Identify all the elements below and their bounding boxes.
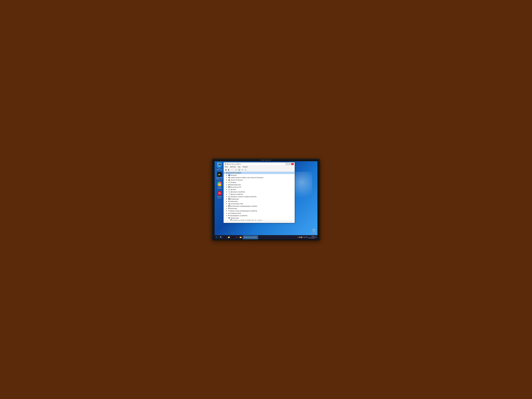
start-button[interactable]: ⊞ xyxy=(215,235,219,239)
taskbar-opera-button[interactable]: O xyxy=(235,235,239,239)
start-icon: ⊞ xyxy=(216,236,217,238)
dm-titlebar[interactable]: 🖥 Диспетчер устройств ─ □ ✕ xyxy=(224,162,295,166)
laptop: Acer One 10 🖥️ Этоткомпьютер ▶ Media Pla… xyxy=(212,158,320,241)
this-pc-label: Этоткомпьютер xyxy=(216,168,222,171)
taskbar-tray-icons: ∧ 🔔 📶 🔊 🖥 xyxy=(298,237,305,238)
tree-item-other[interactable]: ▶ ❓ Другие устройства xyxy=(224,193,295,195)
tree-item-storage-ctrl[interactable]: ▶ 💾 Контроллеры запоминающих устройств xyxy=(224,205,295,207)
toolbar-scan[interactable]: 🔍 xyxy=(244,169,247,171)
desktop-icons: 🖥️ Этоткомпьютер ▶ Media PlayerClassic -… xyxy=(215,163,223,199)
screen-bezel: 🖥️ Этоткомпьютер ▶ Media PlayerClassic -… xyxy=(214,160,318,241)
taskbar-active-window[interactable]: 🖥 Диспетчер устройств xyxy=(243,235,258,239)
taskbar: ⊞ 🔍 ⧉ 📁 🛍 O 📂 🖥 Диспетчер устройств ∧ 🔔 … xyxy=(215,235,317,239)
dm-menubar: Файл Действие Вид Справка xyxy=(224,166,295,168)
taskbar-search-button[interactable]: 🔍 xyxy=(219,235,223,239)
tree-item-intel-dynamic[interactable]: ▶ 💻 Intel(R) Dynamic Platform and Therma… xyxy=(224,176,295,179)
toolbar-properties[interactable]: 📋 xyxy=(234,169,238,171)
dm-content: ▾ 🖥 DESKTOP-VLK6D7L ▶ 🔵 Bluetooth xyxy=(224,171,295,221)
tree-item-sensor[interactable]: ▶ 📦 Sensor I/O devices xyxy=(224,179,295,181)
desktop-icon-opera[interactable]: O БраузерOpera xyxy=(215,191,223,199)
taskbar-store-button[interactable]: 🛍 xyxy=(231,235,234,239)
tree-item-firmware[interactable]: ▶ 💾 Встроенное ПО xyxy=(224,186,295,188)
dm-tree[interactable]: ▾ 🖥 DESKTOP-VLK6D7L ▶ 🔵 Bluetooth xyxy=(224,171,295,221)
tree-item-usb[interactable]: ▶ 🔌 Контроллеры USB xyxy=(224,203,295,205)
tree-item-monitors[interactable]: ▶ 🖥 Мониторы xyxy=(224,207,295,210)
tree-item-video[interactable]: ▶ 🖥 Видеоадаптеры xyxy=(224,184,295,186)
tree-item-bluetooth[interactable]: ▶ 🔵 Bluetooth xyxy=(224,174,295,176)
taskbar-explorer-button[interactable]: 📁 xyxy=(227,235,231,239)
taskbar-active-icon: 🖥 xyxy=(244,236,245,238)
tree-item-software-dev[interactable]: ▶ ⚙ Программные устройства xyxy=(224,214,295,217)
device-manager-window: 🖥 Диспетчер устройств ─ □ ✕ Файл Действи… xyxy=(223,162,295,223)
dm-menu-help[interactable]: Справка xyxy=(242,166,248,168)
recycle-bin-img: 🗑️ xyxy=(312,229,316,233)
clock-time: 20:10 xyxy=(309,236,315,237)
taskbar-clock[interactable]: 20:10 24.12.2023 xyxy=(309,236,315,239)
maximize-button[interactable]: □ xyxy=(288,163,291,165)
tree-item-keyboard[interactable]: ▶ ⌨ Клавиатуры xyxy=(224,198,295,200)
tree-item-sound[interactable]: ▶ 🔊 Звуковые, игровые и видеоустройства xyxy=(224,195,295,198)
clock-date: 24.12.2023 xyxy=(309,237,315,239)
recycle-bin-label: Корзина xyxy=(312,233,316,234)
laptop-brand: Acer One 10 xyxy=(261,159,271,161)
taskbar-items: 🔍 ⧉ 📁 🛍 O 📂 🖥 Диспетчер устройств xyxy=(219,235,298,239)
dm-window-controls: ─ □ ✕ xyxy=(285,163,294,165)
this-pc-icon: 🖥️ xyxy=(217,163,222,167)
chrome-label: Google Chrome xyxy=(215,186,223,189)
chrome-icon xyxy=(217,181,222,186)
toolbar-up[interactable]: ↑ xyxy=(230,169,233,171)
minimize-button[interactable]: ─ xyxy=(285,163,288,165)
tree-item-battery[interactable]: ▶ 🔋 Батареи xyxy=(224,181,295,184)
tree-root[interactable]: ▾ 🖥 DESKTOP-VLK6D7L xyxy=(224,172,295,174)
desktop-icon-this-pc[interactable]: 🖥️ Этоткомпьютер xyxy=(215,163,223,171)
taskbar-tray: ∧ 🔔 📶 🔊 🖥 РУС 20:10 24.12.2023 🗨 xyxy=(298,236,317,239)
taskbar-lang: РУС xyxy=(306,237,308,238)
taskbar-files-button[interactable]: 📂 xyxy=(239,235,242,239)
dm-statusbar xyxy=(224,221,295,223)
media-player-label: Media PlayerClassic - H... xyxy=(216,177,223,180)
tree-item-mice[interactable]: ▶ 🖱 Мыши и иные указывающие устройства xyxy=(224,210,295,212)
taskbar-notification-icon[interactable]: 🗨 xyxy=(315,236,317,238)
desktop-icon-media-player[interactable]: ▶ Media PlayerClassic - H... xyxy=(215,172,223,180)
dm-menu-action[interactable]: Действие xyxy=(230,166,236,168)
media-player-icon: ▶ xyxy=(217,172,222,177)
toolbar-uninstall[interactable]: ✕ xyxy=(241,169,244,171)
toolbar-update[interactable]: 🔄 xyxy=(238,169,241,171)
toolbar-forward[interactable]: ▶ xyxy=(227,169,230,171)
taskbar-active-label: Диспетчер устройств xyxy=(245,236,257,238)
recycle-bin-icon[interactable]: 🗑️ Корзина xyxy=(312,229,316,234)
tree-item-cpu-0[interactable]: 🔲 Intel(R) Atom(TM) x5-Z8350 CPU @ 1.44G… xyxy=(224,219,295,221)
desktop-icon-chrome[interactable]: Google Chrome xyxy=(215,181,223,189)
tree-item-print-queue[interactable]: ▶ 🖨 Очереди печати xyxy=(224,212,295,214)
opera-label: БраузерOpera xyxy=(217,196,222,199)
tree-item-sensors[interactable]: ▶ 📡 Датчики xyxy=(224,188,295,191)
dm-menu-file[interactable]: Файл xyxy=(224,166,228,168)
toolbar-back[interactable]: ◀ xyxy=(224,169,227,171)
opera-icon: O xyxy=(217,191,222,196)
dm-title: Диспетчер устройств xyxy=(227,163,285,165)
tree-item-processors[interactable]: ▾ 💻 Процессоры xyxy=(224,217,295,219)
dm-menu-view[interactable]: Вид xyxy=(238,166,241,168)
tree-item-computer[interactable]: ▶ 🖥 Компьютер xyxy=(224,200,295,203)
dm-toolbar: ◀ ▶ ↑ 📋 🔄 ✕ 🔍 xyxy=(224,168,295,171)
taskbar-taskview-button[interactable]: ⧉ xyxy=(223,235,227,239)
close-button[interactable]: ✕ xyxy=(291,163,294,165)
screen: 🖥️ Этоткомпьютер ▶ Media PlayerClassic -… xyxy=(215,161,317,239)
dm-titlebar-icon: 🖥 xyxy=(224,163,226,165)
tree-item-disk[interactable]: ▶ 💿 Дисковые устройства xyxy=(224,191,295,193)
root-label: DESKTOP-VLK6D7L xyxy=(228,172,242,174)
